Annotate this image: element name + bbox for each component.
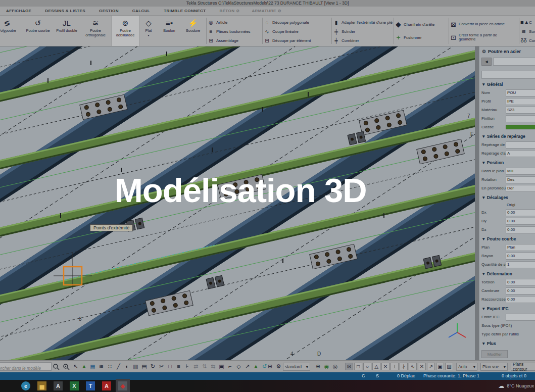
ribbon-small-button[interactable]: ◎ Article (208, 18, 261, 27)
search-input[interactable] (0, 365, 51, 372)
selection-switch-icon[interactable]: ◐ (123, 363, 131, 370)
selection-switch-icon[interactable]: ⇄ (192, 363, 200, 370)
panel-row[interactable]: Plan Plan (479, 243, 535, 252)
ribbon-tab[interactable]: TRIMBLE CONNECT (158, 7, 213, 16)
panel-row-field[interactable]: Origi (506, 202, 535, 209)
ribbon-big-button[interactable]: ≶ Polypoutre (0, 16, 22, 46)
model-search-box[interactable] (0, 362, 52, 371)
panel-row[interactable]: ▼ Général (479, 81, 535, 89)
panel-row-field[interactable]: POU (506, 89, 535, 96)
panel-row-field[interactable]: Plan (506, 244, 535, 251)
taskbar-app-icon[interactable]: ▅ (37, 381, 46, 390)
panel-row[interactable]: Raccourcissement 0.00 (479, 296, 535, 304)
ribbon-tab[interactable]: DESSINS & LISTES (39, 7, 93, 16)
ribbon-small-button[interactable]: ◌ Découpe polygonale (264, 18, 330, 27)
panel-row-field[interactable]: IPE (506, 98, 535, 105)
panel-row[interactable]: Torsion 0.00 (479, 278, 535, 287)
snap-switch-icon[interactable]: ✕ (418, 363, 426, 370)
taskbar-app-icon[interactable]: A (102, 381, 111, 390)
panel-row[interactable]: Dans le plan Mili (479, 167, 535, 176)
selection-switch-icon[interactable]: ↖ (72, 363, 79, 370)
snap-switch-icon[interactable]: ⊠ (345, 363, 353, 370)
panel-row[interactable]: Quantité de segments 1 (479, 261, 535, 269)
snap-switch-icon[interactable]: ↗ (427, 363, 435, 370)
panel-scrollbar[interactable] (475, 46, 479, 360)
panel-row-field[interactable]: Des (506, 176, 535, 183)
panel-row-field[interactable]: 0.00 (506, 209, 535, 216)
selection-switch-icon[interactable]: ▣ (218, 363, 225, 370)
ribbon-small-button[interactable]: ╪ Scinder (333, 27, 393, 36)
snap-switch-icon[interactable]: ∤ (400, 363, 408, 370)
ribbon-small-button[interactable]: ≋ Surf (520, 27, 535, 36)
panel-row[interactable]: Dz 0.00 (479, 226, 535, 234)
ribbon-small-button[interactable]: ▮ Adapter l'extrémité d'une pièce (333, 18, 393, 27)
snap-switch-icon[interactable]: ▣ (436, 363, 444, 370)
panel-row[interactable]: Type défini par l'utilis (479, 330, 535, 339)
panel-row[interactable]: Nom POU (479, 89, 535, 97)
panel-row-field[interactable] (506, 314, 535, 321)
panel-row[interactable]: ▼ Décalages (479, 194, 535, 202)
panel-row[interactable]: ▼ Séries de repérage (479, 133, 535, 141)
panel-row-field[interactable]: 1 (506, 261, 535, 268)
ribbon-small-button[interactable]: ⊞ Assemblage (208, 36, 261, 45)
selection-switch-icon[interactable]: ≋ (98, 363, 105, 370)
ribbon-small-button[interactable]: + Fusionner (395, 31, 448, 44)
panel-row[interactable]: Profil IPE (479, 97, 535, 106)
ribbon-big-button[interactable]: ◇ Plat ▾ (139, 16, 158, 46)
toolbar-icon[interactable]: ◉ (323, 363, 330, 370)
panel-row[interactable]: Origi (479, 202, 535, 209)
panel-row[interactable]: Classe (479, 123, 535, 132)
selection-switch-icon[interactable]: ✂ (158, 363, 165, 370)
panel-row[interactable]: Dx 0.00 (479, 209, 535, 217)
ribbon-big-button[interactable]: JL Profil double (54, 16, 80, 46)
selection-switch-icon[interactable]: ⇅ (201, 363, 208, 370)
panel-row-field[interactable] (506, 125, 535, 129)
ribbon-small-button[interactable]: ⊟ Découpe par élément (264, 36, 330, 45)
panel-row-field[interactable]: 0.00 (506, 253, 535, 260)
selection-switch-icon[interactable]: ⇆ (209, 363, 217, 370)
search-icon[interactable] (53, 363, 60, 370)
panel-row[interactable]: Rotation Des (479, 176, 535, 184)
ribbon-tab[interactable]: BÉTON ⊘ (213, 7, 246, 16)
modify-button[interactable]: Modifier (481, 350, 508, 358)
panel-row[interactable]: Rayon 0.00 (479, 252, 535, 261)
panel-row[interactable]: ▼ Position (479, 159, 535, 167)
toolbar-dropdown[interactable]: Plan vue ▾ (480, 363, 508, 371)
panel-row[interactable]: ▼ Plus (479, 340, 535, 348)
toolbar-icon[interactable]: ⊕ (314, 363, 322, 370)
panel-row[interactable]: ▼ Export IFC (479, 305, 535, 313)
profile-quick-field[interactable] (493, 58, 535, 66)
selection-switch-icon[interactable]: ∷ (106, 363, 114, 370)
toolbar-icon[interactable]: ⚙ (275, 363, 282, 370)
selection-switch-icon[interactable]: ▤ (140, 363, 148, 370)
taskbar-app-icon[interactable]: X (70, 381, 79, 390)
back-arrow-button[interactable]: ◄ (481, 58, 492, 66)
panel-row[interactable]: Matériau S23 (479, 106, 535, 115)
panel-row-field[interactable]: A (506, 150, 535, 157)
panel-row-field[interactable]: 0.00 (506, 218, 535, 225)
panel-row-field[interactable] (506, 141, 535, 149)
panel-row-field[interactable]: 0.00 (506, 279, 535, 286)
selection-switch-icon[interactable]: ▦ (89, 363, 96, 370)
snap-switch-icon[interactable]: ✕ (381, 363, 390, 370)
selection-switch-icon[interactable]: ⊦ (183, 363, 191, 370)
toolbar-dropdown[interactable]: Plans contour ▾ (511, 363, 535, 371)
panel-row-field[interactable]: S23 (506, 107, 535, 114)
panel-row-field[interactable]: 0.00 (506, 287, 535, 295)
toolbar-icon[interactable]: ◎ (331, 363, 339, 370)
ribbon-small-button[interactable]: ≡ Pièces boulonnées (208, 27, 261, 36)
taskbar-app-icon[interactable]: e (21, 381, 30, 390)
selection-switch-icon[interactable]: ╱ (115, 363, 122, 370)
selection-switch-icon[interactable]: ▥ (132, 363, 139, 370)
panel-row-field[interactable]: 0.00 (506, 296, 535, 303)
selection-switch-icon[interactable]: ◇ (235, 363, 242, 370)
ribbon-small-button[interactable]: ⊠ Convertir la pièce en article (450, 18, 518, 31)
panel-row[interactable]: Finition (479, 115, 535, 123)
ribbon-big-button[interactable]: ↺ Poutre courbe (22, 16, 54, 46)
taskbar-app-icon[interactable]: ◆ (118, 381, 127, 390)
panel-row-field[interactable]: 0.00 (506, 226, 535, 233)
weather-widget[interactable]: ☁ 8°C Nuageux (498, 380, 534, 392)
ribbon-small-button[interactable]: ┿ Combiner (333, 36, 393, 45)
panel-row-field[interactable] (506, 115, 535, 122)
panel-row[interactable]: Repérage de pièce (479, 141, 535, 150)
